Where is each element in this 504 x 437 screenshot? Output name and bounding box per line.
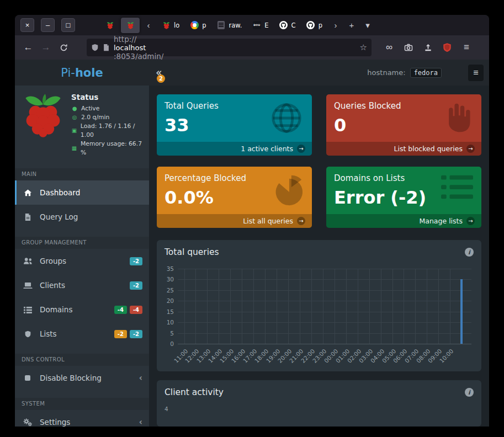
cpu-icon: ▣ [71, 126, 77, 135]
sidebar-item-lists[interactable]: Lists -2 -2 [15, 322, 149, 346]
reload-button[interactable] [55, 39, 72, 56]
file-icon [23, 213, 33, 221]
tab-label: p [319, 22, 322, 29]
section-label-main: MAIN [15, 168, 149, 180]
sidebar-item-groups[interactable]: Groups -2 [15, 249, 149, 273]
sidebar-item-settings[interactable]: Settings ‹ [15, 410, 149, 427]
clients-badge: -2 [130, 281, 142, 290]
card-footer-link[interactable]: List all queries → [157, 214, 312, 228]
extension-icons: ∞ ≡ [380, 39, 475, 56]
sidebar-item-label: Query Log [40, 212, 78, 221]
panel-title: Client activity [165, 387, 224, 397]
pie-chart-icon [271, 173, 305, 210]
forward-button[interactable]: → [37, 39, 55, 56]
sidebar-item-label: Lists [40, 329, 57, 338]
home-icon [23, 189, 33, 197]
tab-dou[interactable]: DOU E [248, 18, 273, 33]
new-tab-button[interactable]: + [344, 18, 359, 33]
screenshot-camera-icon[interactable] [400, 39, 417, 56]
tab-label: p [202, 22, 206, 29]
sidebar-item-label: Disable Blocking [40, 374, 102, 382]
dou-favicon: DOU [252, 21, 261, 30]
tab-list-dropdown-button[interactable]: ▾ [360, 18, 375, 33]
sidebar-item-domains[interactable]: Domains -4 -4 [15, 297, 149, 322]
minimize-icon: – [46, 21, 50, 29]
section-label-dns-control: DNS CONTROL [15, 354, 149, 366]
hostname-label: hostname: [367, 68, 405, 77]
share-icon[interactable] [419, 39, 437, 56]
memory-icon: ▦ [71, 144, 77, 153]
laptop-icon [23, 282, 33, 289]
bookmark-star-icon[interactable]: ☆ [360, 42, 367, 52]
stat-cards: Total Queries 33 1 active clients → Quer… [157, 94, 481, 228]
sidebar-item-disable-blocking[interactable]: Disable Blocking ‹ [15, 366, 149, 390]
tab-pihole-pinned-2-active[interactable] [121, 18, 140, 33]
page-info-icon[interactable] [103, 44, 110, 51]
hamburger-icon: ≡ [473, 68, 478, 77]
users-icon [23, 257, 33, 265]
tab-label: raw. [229, 22, 242, 29]
arrow-circle-icon: → [466, 145, 475, 153]
chevron-right-icon: › [334, 20, 337, 30]
status-title: Status [71, 93, 144, 102]
window-maximize-button[interactable]: □ [61, 18, 75, 32]
globe-icon [268, 101, 305, 137]
y-axis-tick: 4 [165, 406, 168, 412]
tab-scroll-left-button[interactable]: ‹ [141, 18, 156, 33]
status-rate: ◎2.0 q/min [71, 113, 144, 122]
pihole-menu-button[interactable]: ≡ [468, 65, 484, 81]
status-active: ●Active [71, 104, 144, 113]
tab-github-1[interactable]: C [275, 18, 300, 33]
sidebar-item-clients[interactable]: Clients -2 [15, 273, 149, 297]
tab-google[interactable]: p [185, 18, 210, 33]
sidebar-item-label: Clients [40, 281, 65, 290]
window-close-button[interactable]: × [20, 18, 34, 32]
tab-label: E [264, 22, 268, 29]
tab-strip: ‹ lo p raw. DOU E C p [100, 15, 375, 35]
pihole-header: Pi-hole « 2 hostname: fedora ≡ [15, 60, 489, 86]
arrow-circle-icon: → [297, 145, 305, 153]
hostname-value: fedora [410, 68, 442, 78]
back-icon: ← [24, 42, 33, 53]
browser-menu-button[interactable]: ≡ [458, 39, 475, 56]
sidebar-item-query-log[interactable]: Query Log [15, 205, 149, 229]
card-footer-link[interactable]: 1 active clients → [157, 142, 312, 156]
groups-badge: -2 [130, 257, 142, 265]
tab-raw[interactable]: raw. [213, 18, 247, 33]
maximize-icon: □ [66, 21, 71, 29]
stop-icon [23, 375, 33, 381]
ublock-origin-icon[interactable] [438, 39, 456, 56]
sidebar-item-label: Dashboard [40, 188, 80, 197]
infinity-extension-icon[interactable]: ∞ [380, 39, 398, 56]
tab-scroll-right-button[interactable]: › [328, 18, 343, 33]
window-minimize-button[interactable]: – [41, 18, 55, 32]
url-text: http://localhost:8053/admin/ [114, 35, 356, 61]
sidebar-item-dashboard[interactable]: Dashboard [15, 180, 149, 205]
back-button[interactable]: ← [19, 39, 37, 56]
info-icon[interactable]: i [465, 388, 474, 397]
tab-pihole-3[interactable]: lo [157, 18, 184, 33]
forward-icon: → [41, 42, 51, 53]
hand-icon [442, 101, 475, 137]
domains-badge-green: -4 [114, 306, 127, 314]
client-activity-chart: 4 [157, 404, 481, 427]
shield-icon[interactable] [91, 44, 99, 51]
card-footer-link[interactable]: Manage lists → [326, 214, 481, 228]
panel-title: Total queries [165, 247, 219, 257]
tab-pihole-pinned-1[interactable] [100, 18, 119, 33]
card-footer-link[interactable]: List blocked queries → [326, 142, 481, 156]
url-bar[interactable]: http://localhost:8053/admin/ ☆ [87, 39, 372, 56]
pihole-favicon [162, 21, 171, 30]
pihole-favicon [105, 21, 114, 30]
sidebar-status-block: Status ●Active ◎2.0 q/min ▣Load: 1.76 / … [15, 86, 149, 161]
main-content: Total Queries 33 1 active clients → Quer… [149, 86, 489, 427]
tab-github-2[interactable]: p [302, 18, 327, 33]
info-icon[interactable]: i [465, 248, 474, 257]
status-load: ▣Load: 1.76 / 1.16 / 1.00 [71, 122, 144, 140]
header-notification-badge: 2 [157, 74, 165, 83]
domains-badge-red: -4 [130, 306, 142, 314]
chevron-down-icon: ▾ [365, 20, 370, 30]
section-label-system: SYSTEM [15, 398, 149, 410]
sidebar-item-label: Settings [40, 418, 70, 427]
sidebar-item-label: Domains [40, 305, 72, 314]
